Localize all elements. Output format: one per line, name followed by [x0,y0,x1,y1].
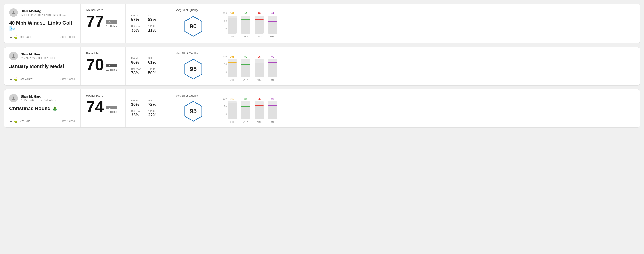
card-score-section: Round Score 74 +2 18 Holes [80,89,126,127]
bar-group-arg: 95 ARG [255,98,264,124]
bar-group-ott: 107 OTT [228,12,236,38]
bar-fill [241,19,250,33]
gir-value: 72% [148,102,165,107]
oneputt-block: 1 Putt 22% [148,108,165,119]
card-score-section: Round Score 77 +5 18 Holes [80,4,126,43]
hexagon-container: 90 [176,14,210,39]
oneputt-value: 56% [148,71,165,75]
bar-marker [255,19,264,20]
bar-fill [255,105,264,119]
card-footer: ☁ ⛳ Tee: Blue Data: Arccos [9,119,75,123]
bar-track [241,15,250,33]
fw-hit-value: 57% [131,17,146,22]
round-score-label: Round Score [86,52,120,55]
player-date: 29 Jan 2022 · Mill Ride GCC [20,57,55,60]
bar-marker [241,19,250,20]
gir-label: GIR [148,99,165,102]
hexagon: 95 [183,57,204,81]
round-card-3: Blair McHarg 27 Dec 2021 · The Oxfordshi… [4,89,640,128]
data-source: Data: Arccos [60,120,75,123]
bar-group-putt: 82 PUTT [268,12,277,38]
bar-group-putt: 93 PUTT [268,98,277,124]
updown-label: Up/Down [131,110,146,112]
bar-label: OTT [230,35,234,38]
oneputt-label: 1 Putt [148,68,165,70]
bar-label: APP [244,121,248,124]
gir-value: 61% [148,60,165,65]
bar-value: 82 [271,12,274,15]
round-score-label: Round Score [86,8,120,12]
score-number: 74 [86,99,104,115]
quality-label: Avg Shot Quality [176,8,198,12]
fw-hit-block: FW Hit 57% [131,13,148,23]
score-holes: 18 Holes [106,25,117,28]
quality-score: 90 [190,23,197,30]
player-header: Blair McHarg 12 Feb 2022 · Royal North D… [9,8,75,17]
hexagon-container: 95 [176,57,210,81]
bar-label: ARG [257,79,262,81]
bar-label: OTT [230,121,234,124]
bar-label: OTT [230,79,234,81]
updown-block: Up/Down 78% [131,66,148,77]
avatar [9,52,18,60]
bar-group-app: 87 APP [241,98,250,124]
tee-label: Tee: Yellow [19,77,32,81]
data-source: Data: Arccos [60,35,75,38]
bar-group-putt: 99 PUTT [268,55,277,81]
score-meta: +5 18 Holes [106,20,117,29]
bar-track [241,59,250,77]
player-date: 12 Feb 2022 · Royal North Devon GC [20,13,66,16]
bar-value: 101 [230,55,234,58]
bag-icon: ⛳ [14,77,18,81]
bar-fill [268,21,277,33]
updown-label: Up/Down [131,68,146,70]
gir-block: GIR 83% [148,13,165,23]
weather-icon: ☁ [9,35,12,39]
score-diff-badge: -2 [106,64,117,67]
bar-group-ott: 101 OTT [228,55,236,81]
score-holes: 18 Holes [106,68,117,71]
bar-track [228,59,236,77]
score-row: 74 +2 18 Holes [86,99,120,115]
score-diff-badge: +2 [106,106,117,110]
updown-value: 78% [131,71,146,75]
fw-hit-block: FW Hit 86% [131,56,148,66]
tee-info: ☁ ⛳ Tee: Black [9,35,31,39]
bar-value: 86 [244,55,247,58]
bar-marker [255,105,264,106]
card-player-info: Blair McHarg 29 Jan 2022 · Mill Ride GCC… [4,47,80,85]
weather-icon: ☁ [9,119,12,123]
bar-marker [268,62,277,63]
score-number: 77 [86,13,104,29]
oneputt-label: 1 Putt [148,110,165,112]
card-quality-section: Avg Shot Quality 95 [171,89,216,127]
quality-label: Avg Shot Quality [176,94,198,97]
svg-point-4 [13,96,14,98]
player-header: Blair McHarg 29 Jan 2022 · Mill Ride GCC [9,52,75,60]
bar-value: 98 [258,12,260,15]
bar-group-app: 95 APP [241,12,250,38]
bar-marker [241,64,250,65]
bar-fill [228,103,236,119]
avatar [9,8,18,17]
bar-label: ARG [257,35,262,38]
player-name: Blair McHarg [20,52,55,56]
card-player-info: Blair McHarg 27 Dec 2021 · The Oxfordshi… [4,89,80,127]
bar-value: 95 [258,98,260,100]
bar-label: ARG [257,121,262,124]
bar-fill [268,105,277,119]
updown-value: 33% [131,28,146,33]
bar-fill [255,19,264,33]
score-holes: 18 Holes [106,110,117,114]
updown-block: Up/Down 33% [131,23,148,34]
card-chart-section: 100 50 0 101 OTT 86 APP 96 [216,47,640,85]
updown-label: Up/Down [131,25,146,27]
card-chart-section: 100 50 0 110 OTT 87 APP 95 [216,89,640,127]
bar-fill [228,62,236,77]
fw-hit-value: 36% [131,102,146,107]
gir-label: GIR [148,14,165,17]
weather-icon: ☁ [9,77,12,81]
player-name: Blair McHarg [20,9,66,13]
card-player-info: Blair McHarg 12 Feb 2022 · Royal North D… [4,4,80,43]
bar-value: 95 [244,12,247,15]
